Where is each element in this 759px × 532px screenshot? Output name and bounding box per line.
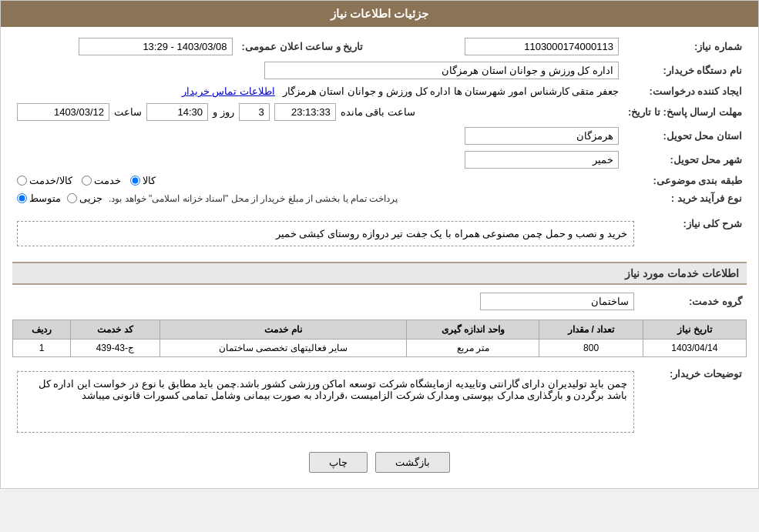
requester-label: ایجاد کننده درخواست: [623,82,747,100]
col-date: تاریخ نیاز [643,320,746,340]
send-remaining-label: ساعت باقی مانده [341,106,415,118]
page-header: جزئیات اطلاعات نیاز [1,1,758,27]
category-kala-radio[interactable] [130,176,140,186]
services-table-header: تاریخ نیاز تعداد / مقدار واحد اندازه گیر… [13,320,747,340]
description-box: خرید و نصب و حمل چمن مصنوعی همراه با یک … [17,221,634,246]
button-row: بازگشت چاپ [12,452,747,473]
send-time-label: ساعت [114,106,142,118]
send-date-row: مهلت ارسال پاسخ: تا تاریخ: 1403/03/12 سا… [12,100,747,124]
process-jozee-option: جزیی [67,192,102,204]
process-jozee-label: جزیی [79,192,102,204]
content-area: شماره نیاز: 1103000174000113 تاریخ و ساع… [1,27,758,488]
process-motavaset-radio[interactable] [17,193,27,203]
send-time-value: 14:30 [146,103,208,121]
col-name: نام خدمت [160,320,407,340]
description-value: خرید و نصب و حمل چمن مصنوعی همراه با یک … [276,228,627,239]
category-kala-label: کالا [143,175,156,186]
back-button[interactable]: بازگشت [375,452,450,473]
send-date-value: 1403/03/12 [17,103,109,121]
buyer-notes-value: چمن باید تولیدیران دارای گارانتی وتاییدی… [39,378,627,401]
contact-link[interactable]: اطلاعات تماس خریدار [182,85,275,97]
cell-name: سایر فعالیتهای تخصصی ساختمان [160,340,407,357]
province-row: استان محل تحویل: هرمزگان [12,124,747,148]
buyer-notes-table: توضیحات خریدار: چمن باید تولیدیران دارای… [12,363,747,440]
buyer-notes-box: چمن باید تولیدیران دارای گارانتی وتاییدی… [17,371,634,433]
send-days-label: روز و [213,106,234,118]
category-label: طبقه بندی موضوعی: [623,172,747,189]
service-group-table: گروه خدمت: ساختمان [12,289,747,313]
process-motavaset-option: متوسط [17,192,61,204]
category-kala-khedmat-radio[interactable] [17,176,27,186]
buyer-notes-row: توضیحات خریدار: چمن باید تولیدیران دارای… [12,363,747,440]
service-group-label: گروه خدمت: [639,289,747,313]
page-wrapper: جزئیات اطلاعات نیاز شماره نیاز: 11030001… [0,0,759,489]
category-kala-option: کالا [130,175,156,186]
buyer-org-value: اداره کل ورزش و جوانان استان هرمزگان [264,62,619,79]
requester-row: ایجاد کننده درخواست: جعفر متقی کارشناس ا… [12,82,747,100]
cell-row: 1 [13,340,71,357]
col-unit: واحد اندازه گیری [407,320,539,340]
description-label: شرح کلی نیاز: [639,213,747,254]
category-kala-khedmat-option: کالا/خدمت [17,175,72,186]
request-number-row: شماره نیاز: 1103000174000113 تاریخ و ساع… [12,35,747,59]
process-label: نوع فرآیند خرید : [623,189,747,207]
buyer-org-row: نام دستگاه خریدار: اداره کل ورزش و جوانا… [12,59,747,82]
request-number-value: 1103000174000113 [465,38,619,55]
main-info-table: شماره نیاز: 1103000174000113 تاریخ و ساع… [12,35,747,207]
category-row: طبقه بندی موضوعی: کالا/خدمت خدمت [12,172,747,189]
description-row: شرح کلی نیاز: خرید و نصب و حمل چمن مصنوع… [12,213,747,254]
col-row: ردیف [13,320,71,340]
category-khedmat-radio[interactable] [82,176,92,186]
cell-code: ج-43-439 [71,340,160,357]
request-number-label: شماره نیاز: [623,35,747,59]
category-khedmat-label: خدمت [94,175,121,186]
process-note: پرداخت تمام یا بخشی از مبلغ خریدار از مح… [109,193,398,204]
city-label: شهر محل تحویل: [623,148,747,172]
process-motavaset-label: متوسط [29,192,61,204]
province-label: استان محل تحویل: [623,124,747,148]
cell-unit: متر مربع [407,340,539,357]
buyer-notes-label: توضیحات خریدار: [639,363,747,440]
process-jozee-radio[interactable] [67,193,77,203]
buyer-org-label: نام دستگاه خریدار: [623,59,747,82]
services-section-title: اطلاعات خدمات مورد نیاز [12,262,747,285]
cell-quantity: 800 [539,340,643,357]
send-date-label: مهلت ارسال پاسخ: تا تاریخ: [623,100,747,124]
announce-value: 1403/03/08 - 13:29 [79,38,233,55]
city-value: خمیر [465,151,619,169]
category-radio-group: کالا/خدمت خدمت کالا [17,175,619,186]
col-quantity: تعداد / مقدار [539,320,643,340]
service-group-row: گروه خدمت: ساختمان [12,289,747,313]
requester-value: جعفر متقی کارشناس امور شهرستان ها اداره … [283,85,619,97]
col-code: کد خدمت [71,320,160,340]
page-title: جزئیات اطلاعات نیاز [331,7,428,20]
cell-date: 1403/04/14 [643,340,746,357]
services-table: تاریخ نیاز تعداد / مقدار واحد اندازه گیر… [12,320,747,357]
category-kala-khedmat-label: کالا/خدمت [29,175,72,186]
table-row: 1403/04/14 800 متر مربع سایر فعالیتهای ت… [13,340,747,357]
category-khedmat-option: خدمت [82,175,121,186]
service-group-value: ساختمان [480,293,634,310]
description-table: شرح کلی نیاز: خرید و نصب و حمل چمن مصنوع… [12,213,747,254]
city-row: شهر محل تحویل: خمیر [12,148,747,172]
process-row: نوع فرآیند خرید : متوسط جزیی پرداخت تمام… [12,189,747,207]
province-value: هرمزگان [465,127,619,145]
print-button[interactable]: چاپ [309,452,368,473]
send-days-value: 3 [239,103,270,121]
send-remaining-value: 23:13:33 [274,103,336,121]
announce-label: تاریخ و ساعت اعلان عمومی: [237,35,368,59]
